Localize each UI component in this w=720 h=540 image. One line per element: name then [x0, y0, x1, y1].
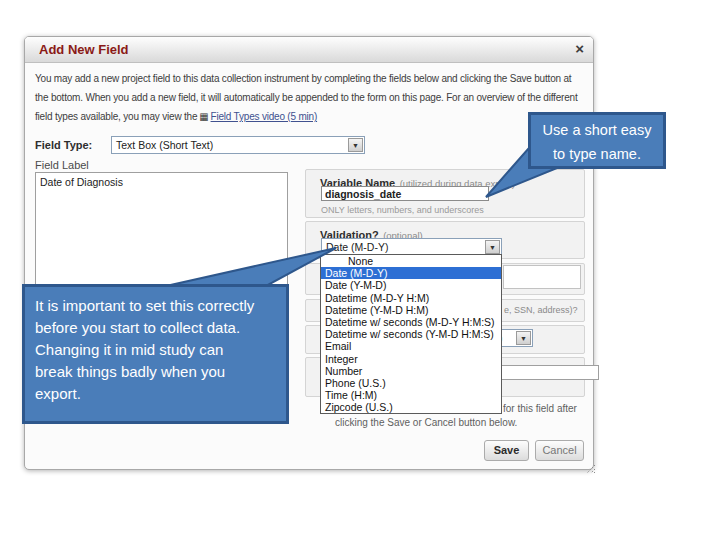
- resize-handle-icon[interactable]: [584, 461, 597, 474]
- help-text-line1-right: for this field after: [503, 403, 577, 414]
- dialog-title: Add New Field: [39, 42, 129, 57]
- callout-line: export.: [35, 383, 276, 405]
- validation-option[interactable]: Datetime (Y-M-D H:M): [321, 304, 501, 316]
- page: Add New Field × You may add a new projec…: [0, 0, 720, 540]
- validation-option[interactable]: Datetime w/ seconds (M-D-Y H:M:S): [321, 316, 501, 328]
- variable-name-helper: ONLY letters, numbers, and underscores: [321, 205, 484, 215]
- chevron-down-icon[interactable]: ▼: [516, 331, 531, 345]
- dialog-titlebar[interactable]: Add New Field ×: [25, 37, 593, 63]
- variable-name-callout: Use a short easy to type name.: [528, 112, 666, 169]
- variable-name-section: Variable Name (utilized during data expo…: [305, 169, 585, 218]
- validation-option[interactable]: Date (Y-M-D): [321, 279, 501, 291]
- validation-option[interactable]: Number: [321, 365, 501, 377]
- callout-line: It is important to set this correctly: [35, 295, 276, 317]
- hidden-input-fragment: [503, 265, 581, 289]
- field-type-select[interactable]: Text Box (Short Text) ▼: [111, 136, 365, 154]
- validation-option[interactable]: Phone (U.S.): [321, 377, 501, 389]
- field-type-value: Text Box (Short Text): [116, 139, 213, 151]
- validation-option[interactable]: Datetime w/ seconds (Y-M-D H:M:S): [321, 328, 501, 340]
- film-icon: ▦: [199, 107, 208, 126]
- validation-option[interactable]: Datetime (M-D-Y H:M): [321, 292, 501, 304]
- callout-line: to type name.: [531, 142, 663, 166]
- identifier-text-fragment: e, SSN, address)?: [504, 305, 578, 315]
- field-types-video-link[interactable]: Field Types video (5 min): [211, 111, 318, 122]
- field-type-label: Field Type:: [35, 139, 101, 151]
- validation-option[interactable]: Zipcode (U.S.): [321, 401, 501, 413]
- validation-option[interactable]: None: [321, 255, 501, 267]
- callout-line: Changing it in mid study can: [35, 339, 276, 361]
- cancel-button[interactable]: Cancel: [535, 440, 584, 461]
- chevron-down-icon[interactable]: ▼: [485, 240, 500, 254]
- variable-name-input[interactable]: [321, 186, 489, 201]
- help-text-line2: clicking the Save or Cancel button below…: [335, 417, 517, 428]
- validation-dropdown-list: None Date (M-D-Y) Date (Y-M-D) Datetime …: [320, 254, 502, 414]
- chevron-down-icon[interactable]: ▼: [348, 138, 363, 152]
- callout-line: break things badly when you: [35, 361, 276, 383]
- callout-line: before you start to collect data.: [35, 317, 276, 339]
- dialog-description: You may add a new project field to this …: [35, 69, 587, 126]
- description-line3-prefix: field types available, you may view the: [35, 111, 197, 122]
- callout-line: Use a short easy: [531, 118, 663, 142]
- validation-option[interactable]: Time (H:M): [321, 389, 501, 401]
- save-button[interactable]: Save: [484, 440, 529, 461]
- validation-value: Date (M-D-Y): [326, 241, 388, 253]
- description-line: field types available, you may view the▦…: [35, 107, 587, 126]
- validation-option-selected[interactable]: Date (M-D-Y): [321, 267, 501, 279]
- field-label-caption: Field Label: [35, 159, 89, 171]
- close-icon[interactable]: ×: [575, 40, 584, 58]
- description-line: the bottom. When you add a new field, it…: [35, 88, 587, 107]
- validation-option[interactable]: Email: [321, 340, 501, 352]
- validation-option[interactable]: Integer: [321, 353, 501, 365]
- description-line: You may add a new project field to this …: [35, 69, 587, 88]
- validation-callout: It is important to set this correctly be…: [22, 284, 289, 424]
